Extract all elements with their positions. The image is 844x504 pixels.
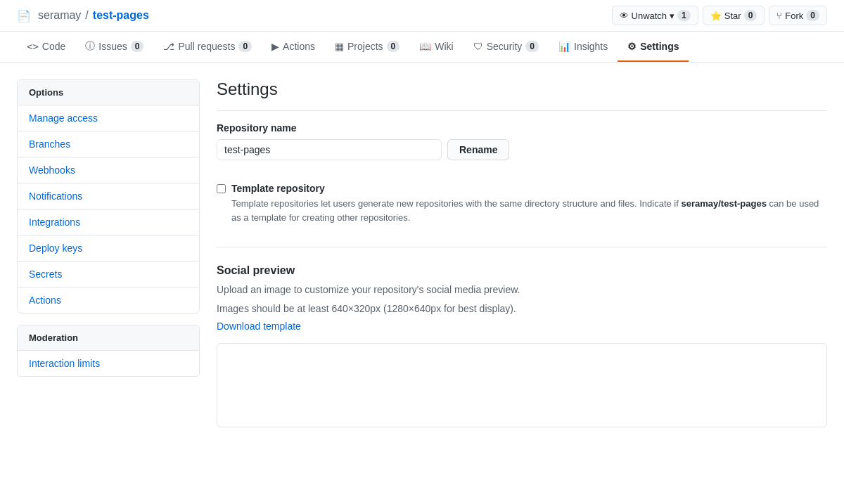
tab-pull-requests[interactable]: ⎇ Pull requests 0	[153, 32, 262, 62]
eye-icon: 👁	[620, 11, 629, 21]
repo-name-section: Repository name Rename	[217, 122, 827, 160]
sidebar-item-integrations[interactable]: Integrations	[18, 209, 199, 235]
social-preview-image-box	[217, 343, 827, 427]
moderation-title: Moderation	[18, 325, 199, 351]
unwatch-label: Unwatch	[632, 11, 667, 21]
org-name: seramay	[38, 9, 81, 22]
star-label: Star	[724, 11, 741, 21]
download-template-link[interactable]: Download template	[217, 321, 301, 332]
star-icon: ⭐	[710, 11, 722, 21]
sidebar-item-secrets[interactable]: Secrets	[18, 261, 199, 287]
sidebar-item-manage-access[interactable]: Manage access	[18, 105, 199, 131]
fork-count: 0	[806, 10, 819, 21]
code-icon: <>	[27, 41, 39, 52]
header-actions: 👁 Unwatch ▾ 1 ⭐ Star 0 ⑂ Fork 0	[612, 6, 827, 25]
star-count: 0	[744, 10, 757, 21]
fork-icon: ⑂	[776, 11, 782, 21]
pr-icon: ⎇	[163, 41, 174, 52]
tab-wiki[interactable]: 📖 Wiki	[409, 32, 463, 62]
repo-name-link[interactable]: test-pages	[93, 9, 149, 22]
repo-name-input[interactable]	[217, 139, 442, 160]
sidebar-item-actions[interactable]: Actions	[18, 287, 199, 313]
social-preview-heading: Social preview	[217, 264, 827, 277]
sidebar-item-branches[interactable]: Branches	[18, 131, 199, 157]
page-header: 📄 seramay / test-pages 👁 Unwatch ▾ 1 ⭐ S…	[0, 0, 844, 32]
template-repo-checkbox[interactable]	[217, 184, 226, 193]
repo-name-row: Rename	[217, 139, 827, 160]
social-preview-desc2: Images should be at least 640×320px (128…	[217, 302, 827, 316]
tab-security[interactable]: 🛡 Security 0	[463, 32, 549, 62]
issues-count: 0	[131, 41, 144, 52]
wiki-icon: 📖	[419, 41, 431, 52]
page-title: Settings	[217, 79, 827, 111]
unwatch-button[interactable]: 👁 Unwatch ▾ 1	[612, 6, 698, 25]
section-divider	[217, 247, 827, 247]
template-repo-link: seramay/test-pages	[681, 198, 766, 209]
settings-sidebar: Options Manage access Branches Webhooks …	[17, 79, 200, 450]
star-button[interactable]: ⭐ Star 0	[703, 6, 765, 25]
pr-count: 0	[238, 41, 252, 52]
sidebar-item-webhooks[interactable]: Webhooks	[18, 157, 199, 183]
template-repo-label: Template repository	[231, 183, 827, 194]
settings-main: Settings Repository name Rename Template…	[217, 79, 827, 450]
fork-button[interactable]: ⑂ Fork 0	[769, 6, 827, 25]
tab-settings[interactable]: ⚙ Settings	[618, 32, 689, 62]
sidebar-item-notifications[interactable]: Notifications	[18, 183, 199, 209]
options-title: Options	[18, 80, 199, 105]
main-nav: <> Code ⓘ Issues 0 ⎇ Pull requests 0 ▶ A…	[0, 32, 844, 63]
tab-projects[interactable]: ▦ Projects 0	[325, 32, 409, 62]
template-repo-section: Template repository Template repositorie…	[217, 183, 827, 224]
unwatch-count: 1	[677, 10, 691, 21]
projects-icon: ▦	[335, 41, 344, 52]
sidebar-item-interaction-limits[interactable]: Interaction limits	[18, 351, 199, 376]
tab-issues[interactable]: ⓘ Issues 0	[75, 32, 153, 63]
template-repo-description: Template repositories let users generate…	[231, 197, 827, 224]
repo-icon: 📄	[17, 9, 31, 22]
security-count: 0	[525, 41, 539, 52]
settings-icon: ⚙	[627, 41, 637, 52]
separator: /	[85, 9, 88, 22]
insights-icon: 📊	[558, 41, 570, 52]
tab-code[interactable]: <> Code	[17, 32, 75, 62]
sidebar-item-deploy-keys[interactable]: Deploy keys	[18, 235, 199, 261]
page-layout: Options Manage access Branches Webhooks …	[0, 63, 844, 467]
actions-icon: ▶	[271, 41, 279, 52]
options-section: Options Manage access Branches Webhooks …	[17, 79, 200, 314]
rename-button[interactable]: Rename	[447, 139, 509, 160]
chevron-down-icon: ▾	[670, 11, 674, 21]
issues-icon: ⓘ	[85, 40, 95, 53]
social-preview-section: Social preview Upload an image to custom…	[217, 264, 827, 427]
repo-name-label: Repository name	[217, 122, 827, 134]
tab-actions[interactable]: ▶ Actions	[262, 32, 325, 62]
security-icon: 🛡	[473, 41, 483, 52]
moderation-section: Moderation Interaction limits	[17, 325, 200, 377]
projects-count: 0	[387, 41, 400, 52]
fork-label: Fork	[785, 11, 803, 21]
tab-insights[interactable]: 📊 Insights	[549, 32, 618, 62]
repo-identity: 📄 seramay / test-pages	[17, 9, 149, 22]
template-repo-checkbox-row: Template repository Template repositorie…	[217, 183, 827, 224]
social-preview-desc1: Upload an image to customize your reposi…	[217, 283, 827, 297]
